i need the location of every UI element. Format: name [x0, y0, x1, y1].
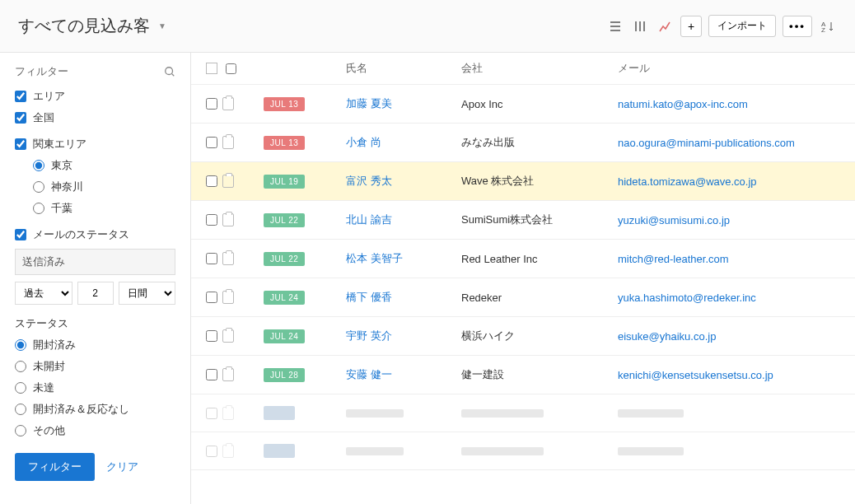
row-checkbox[interactable] — [206, 137, 217, 148]
row-checkbox — [206, 446, 217, 457]
name-link[interactable]: 小倉 尚 — [346, 136, 381, 148]
date-badge: JUL 28 — [264, 368, 305, 382]
email-link[interactable]: yuka.hashimoto@redeker.inc — [618, 292, 756, 304]
clipboard-icon — [222, 407, 234, 420]
tokyo-radio[interactable] — [33, 160, 44, 171]
expand-all-icon[interactable] — [206, 63, 217, 74]
email-link[interactable]: kenichi@kensetsukensetsu.co.jp — [618, 369, 773, 381]
table-content: 氏名 会社 メール JUL 13 加藤 夏美 Apox Inc natumi.k… — [191, 53, 855, 504]
name-link[interactable]: 富沢 秀太 — [346, 175, 392, 187]
row-checkbox[interactable] — [206, 253, 217, 264]
company-text: 健一建設 — [461, 368, 504, 380]
header-email[interactable]: メール — [618, 61, 840, 76]
company-text: Red Leather Inc — [461, 253, 538, 265]
company-text: Redeker — [461, 292, 502, 304]
opened-radio[interactable] — [15, 339, 26, 351]
date-badge: XXX — [264, 406, 295, 420]
name-link[interactable]: 宇野 英介 — [346, 329, 392, 342]
page-title: すべての見込み客 — [18, 15, 150, 37]
name-link[interactable]: 北山 諭吉 — [346, 213, 392, 226]
clipboard-icon[interactable] — [222, 97, 234, 110]
table-row[interactable]: JUL 24 橋下 優香 Redeker yuka.hashimoto@rede… — [191, 278, 855, 317]
row-checkbox[interactable] — [206, 214, 217, 226]
email-link[interactable]: hideta.tomizawa@wave.co.jp — [618, 175, 757, 188]
opened-label: 開封済み — [33, 338, 76, 352]
clipboard-icon — [222, 445, 234, 458]
mail-status-checkbox[interactable] — [15, 229, 26, 240]
date-badge: JUL 13 — [264, 136, 305, 150]
apply-filter-button[interactable]: フィルター — [15, 453, 95, 481]
company-text: SumiSumi株式会社 — [461, 213, 553, 226]
table-row[interactable]: JUL 28 安藤 健一 健一建設 kenichi@kensetsukenset… — [191, 356, 855, 394]
row-checkbox[interactable] — [206, 98, 217, 110]
more-button[interactable]: ••• — [783, 16, 812, 37]
table-row[interactable]: JUL 22 松本 美智子 Red Leather Inc mitch@red-… — [191, 240, 855, 278]
clipboard-icon[interactable] — [222, 291, 234, 304]
name-link[interactable]: 安藤 健一 — [346, 368, 392, 380]
unopened-radio[interactable] — [15, 361, 26, 372]
sent-select[interactable]: 送信済み — [15, 249, 175, 275]
sort-icon[interactable]: AZ — [819, 17, 837, 35]
table-row[interactable]: JUL 22 北山 諭吉 SumiSumi株式会社 yuzuki@sumisum… — [191, 201, 855, 240]
date-badge: JUL 22 — [264, 213, 305, 227]
name-link[interactable]: 松本 美智子 — [346, 252, 403, 264]
row-checkbox[interactable] — [206, 292, 217, 303]
row-checkbox[interactable] — [206, 175, 217, 187]
clipboard-icon[interactable] — [222, 329, 234, 343]
table-row[interactable]: JUL 13 小倉 尚 みなみ出版 nao.ogura@minami-publi… — [191, 124, 855, 162]
search-icon[interactable] — [164, 66, 175, 77]
kanto-checkbox[interactable] — [15, 138, 26, 150]
header-left: すべての見込み客 ▼ — [18, 15, 166, 37]
clipboard-icon[interactable] — [222, 368, 234, 381]
name-link[interactable]: 加藤 夏美 — [346, 97, 392, 110]
status-label: ステータス — [15, 316, 175, 331]
table-row[interactable]: JUL 19 富沢 秀太 Wave 株式会社 hideta.tomizawa@w… — [191, 162, 855, 201]
title-dropdown-icon[interactable]: ▼ — [158, 21, 166, 30]
kanto-label: 関東エリア — [33, 137, 86, 152]
list-view-icon[interactable] — [606, 17, 624, 35]
clipboard-icon[interactable] — [222, 213, 234, 226]
email-link[interactable]: yuzuki@sumisumi.co.jp — [618, 214, 730, 226]
clear-filter-link[interactable]: クリア — [106, 460, 138, 474]
header-company[interactable]: 会社 — [461, 61, 618, 76]
past-select[interactable]: 過去 — [15, 282, 72, 305]
nationwide-checkbox[interactable] — [15, 112, 26, 124]
company-text: みなみ出版 — [461, 136, 515, 148]
mail-status-label: メールのステータス — [33, 227, 129, 242]
chiba-radio[interactable] — [33, 203, 44, 214]
days-select[interactable]: 日間 — [119, 282, 176, 305]
email-link[interactable]: nao.ogura@minami-publications.com — [618, 137, 795, 149]
date-badge: JUL 22 — [264, 252, 305, 266]
header-right: + インポート ••• AZ — [606, 15, 837, 37]
undelivered-radio[interactable] — [15, 382, 26, 394]
date-badge: JUL 24 — [264, 291, 305, 305]
date-value-input[interactable] — [77, 282, 114, 305]
date-badge: JUL 13 — [264, 97, 305, 111]
date-badge: JUL 19 — [264, 175, 305, 189]
opened-no-response-radio[interactable] — [15, 404, 26, 415]
clipboard-icon[interactable] — [222, 175, 234, 188]
other-radio[interactable] — [15, 425, 26, 436]
import-button[interactable]: インポート — [708, 15, 776, 37]
clipboard-icon[interactable] — [222, 252, 234, 265]
header-name[interactable]: 氏名 — [346, 61, 461, 76]
kanagawa-label: 神奈川 — [51, 180, 83, 194]
tokyo-label: 東京 — [51, 158, 72, 173]
email-link[interactable]: eisuke@yhaiku.co.jp — [618, 330, 716, 343]
email-link[interactable]: natumi.kato@apox-inc.com — [618, 98, 748, 110]
kanagawa-radio[interactable] — [33, 181, 44, 193]
row-checkbox[interactable] — [206, 369, 217, 380]
column-view-icon[interactable] — [631, 17, 649, 35]
select-all-checkbox[interactable] — [226, 63, 236, 74]
row-checkbox[interactable] — [206, 330, 217, 342]
area-checkbox[interactable] — [15, 91, 26, 102]
name-link[interactable]: 橋下 優香 — [346, 291, 392, 303]
table-row[interactable]: JUL 13 加藤 夏美 Apox Inc natumi.kato@apox-i… — [191, 85, 855, 124]
email-link[interactable]: mitch@red-leather.com — [618, 253, 729, 265]
table-row[interactable]: JUL 24 宇野 英介 横浜ハイク eisuke@yhaiku.co.jp — [191, 317, 855, 356]
filter-sidebar: フィルター エリア 全国 関東エリア 東京 — [0, 53, 191, 504]
add-button[interactable]: + — [680, 16, 702, 37]
clipboard-icon[interactable] — [222, 136, 234, 149]
chart-icon[interactable] — [656, 17, 674, 35]
company-text: 横浜ハイク — [461, 329, 515, 342]
